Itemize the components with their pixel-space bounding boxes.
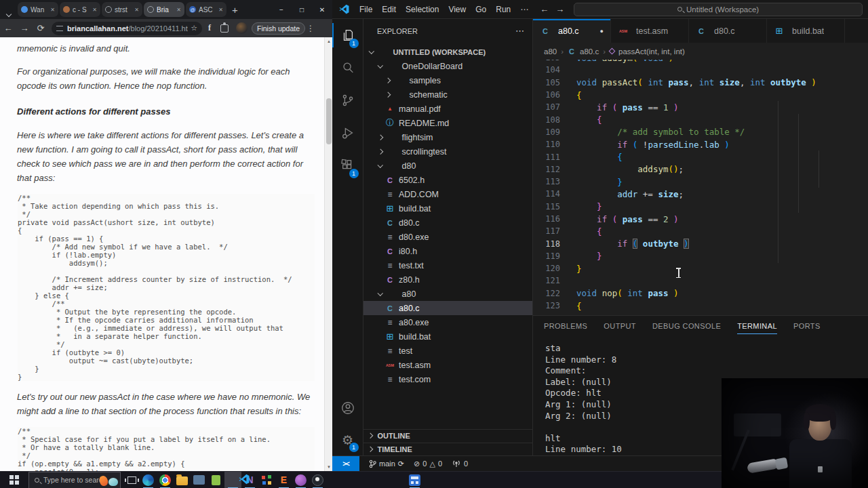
activitybar-run-debug[interactable] bbox=[332, 117, 363, 149]
finish-update-button[interactable]: Finish update bbox=[252, 22, 305, 35]
browser-tab[interactable]: Wan bbox=[18, 2, 58, 17]
taskbar-app[interactable] bbox=[208, 472, 224, 488]
taskbar-app[interactable] bbox=[174, 472, 191, 488]
tree-item[interactable]: 6502.h bbox=[363, 173, 533, 187]
tree-item[interactable]: schematic bbox=[363, 87, 533, 102]
taskbar-app[interactable] bbox=[258, 472, 275, 488]
menu-item[interactable]: Edit bbox=[377, 5, 401, 14]
tree-item[interactable]: manual.pdf bbox=[363, 102, 533, 116]
tree-item[interactable]: a80.c bbox=[363, 301, 533, 315]
problems-status[interactable]: ⊘ 0 △ 0 bbox=[414, 460, 442, 468]
code-line[interactable]: 119 } bbox=[533, 250, 868, 262]
browser-tab[interactable]: ASC bbox=[186, 2, 226, 17]
nav-forward-icon[interactable]: → bbox=[555, 4, 564, 14]
blog-page[interactable]: mnemonic is invalid and quit. For organi… bbox=[0, 37, 324, 471]
taskbar-search[interactable]: Type here to search bbox=[28, 472, 121, 488]
minimize-button[interactable]: − bbox=[271, 1, 292, 18]
code-line[interactable]: 116 if ( pass == 2 ) bbox=[533, 213, 868, 225]
code-line[interactable]: 104 bbox=[533, 64, 868, 76]
code-line[interactable]: 110 if ( !parsedLine.lab ) bbox=[533, 138, 868, 150]
maximize-button[interactable]: □ bbox=[292, 1, 312, 18]
activitybar-account[interactable] bbox=[332, 392, 363, 424]
tree-item[interactable]: flightsim bbox=[363, 130, 533, 144]
tree-item[interactable]: scrollingtest bbox=[363, 144, 533, 159]
tree-item[interactable]: test.txt bbox=[363, 258, 533, 272]
taskbar-app[interactable] bbox=[292, 472, 309, 488]
code-line[interactable]: 118 if ( outbyte ) bbox=[533, 237, 868, 249]
tree-item[interactable]: test bbox=[363, 344, 533, 358]
taskbar-app[interactable] bbox=[309, 472, 326, 488]
command-center-search[interactable]: Untitled (Workspace) bbox=[574, 3, 863, 16]
taskbar-app[interactable] bbox=[191, 472, 208, 488]
code-line[interactable]: 123 { bbox=[533, 300, 868, 312]
tree-item[interactable]: a80 bbox=[363, 287, 533, 301]
address-bar[interactable]: briancallahan.net/blog/20210411.html ☆ bbox=[52, 22, 202, 35]
panel-tab[interactable]: TERMINAL bbox=[737, 322, 777, 334]
activitybar-settings[interactable]: ⚙ 1 bbox=[332, 424, 363, 455]
new-tab-button[interactable]: + bbox=[232, 4, 238, 16]
taskbar-app[interactable] bbox=[157, 472, 174, 488]
tree-item[interactable]: i80.h bbox=[363, 244, 533, 258]
bookmark-star-icon[interactable]: ☆ bbox=[191, 24, 197, 33]
tab-close-icon[interactable] bbox=[134, 7, 139, 13]
unsaved-dot-icon[interactable] bbox=[600, 28, 604, 35]
back-button[interactable]: ← bbox=[0, 23, 16, 33]
close-button[interactable]: ✕ bbox=[312, 1, 332, 18]
code-line[interactable]: 121 bbox=[533, 274, 868, 287]
page-scrollbar[interactable]: ▲ ▼ bbox=[324, 37, 332, 471]
tree-item[interactable]: d80.exe bbox=[363, 230, 533, 244]
code-editor[interactable]: 103 void addsym( void ) 104 105 v bbox=[533, 60, 868, 315]
menu-item[interactable]: View bbox=[443, 5, 471, 14]
breadcrumb-folder[interactable]: a80 bbox=[544, 47, 557, 56]
editor-tab[interactable]: a80.c bbox=[533, 19, 611, 43]
code-line[interactable]: 113 } bbox=[533, 176, 868, 188]
activitybar-search[interactable] bbox=[332, 52, 363, 84]
reload-button[interactable]: ⟳ bbox=[33, 23, 49, 33]
sync-icon[interactable]: ⟳ bbox=[398, 460, 404, 468]
tree-item[interactable]: test.asm bbox=[363, 358, 533, 372]
code-line[interactable]: 105 void passAct( int pass, int size, in… bbox=[533, 77, 868, 89]
facebook-extension-icon[interactable]: f bbox=[202, 23, 217, 33]
terminal-output[interactable]: staLine number: 8Comment:Label: (null)Op… bbox=[545, 343, 622, 455]
forward-button[interactable]: → bbox=[16, 23, 33, 33]
taskbar-app[interactable] bbox=[406, 472, 423, 488]
tree-item[interactable]: build.bat bbox=[363, 201, 533, 216]
code-line[interactable]: 106 { bbox=[533, 89, 868, 101]
extensions-puzzle-icon[interactable] bbox=[220, 24, 229, 33]
editor-tab[interactable]: build.bat bbox=[767, 19, 845, 43]
browser-tab[interactable]: c - S bbox=[60, 2, 100, 17]
tree-item[interactable]: d80 bbox=[363, 159, 533, 173]
panel-tab[interactable]: OUTPUT bbox=[604, 322, 636, 334]
tree-item[interactable]: test.com bbox=[363, 372, 533, 386]
tab-close-icon[interactable] bbox=[218, 7, 223, 13]
code-line[interactable]: 108 { bbox=[533, 113, 868, 125]
scrollbar-thumb[interactable] bbox=[326, 98, 332, 144]
editor-tab[interactable]: test.asm bbox=[611, 19, 689, 43]
site-settings-icon[interactable] bbox=[56, 26, 63, 31]
tree-item[interactable]: UNTITLED (WORKSPACE) bbox=[363, 45, 533, 59]
tree-item[interactable]: build.bat bbox=[363, 329, 533, 344]
panel-tab[interactable]: PORTS bbox=[793, 322, 821, 334]
code-line[interactable]: 107 if ( pass == 1 ) bbox=[533, 101, 868, 113]
tab-close-icon[interactable] bbox=[92, 7, 97, 13]
profile-avatar[interactable] bbox=[236, 22, 248, 34]
tree-item[interactable]: a80.exe bbox=[363, 315, 533, 329]
taskbar-app[interactable] bbox=[140, 472, 157, 488]
tree-item[interactable]: d80.c bbox=[363, 216, 533, 230]
code-line[interactable]: 112 addsym(); bbox=[533, 163, 868, 176]
code-line[interactable]: 115 } bbox=[533, 201, 868, 213]
activitybar-explorer[interactable]: 1 bbox=[332, 19, 363, 52]
panel-tab[interactable]: DEBUG CONSOLE bbox=[652, 322, 721, 334]
task-view-button[interactable] bbox=[123, 472, 140, 488]
code-line[interactable]: 122 void nop( int pass ) bbox=[533, 287, 868, 300]
code-line[interactable]: 120 } bbox=[533, 262, 868, 274]
tab-close-icon[interactable] bbox=[50, 7, 55, 13]
tree-item[interactable]: ADD.COM bbox=[363, 187, 533, 201]
tree-item[interactable]: OneDollarBoard bbox=[363, 59, 533, 73]
activitybar-extensions[interactable]: 1 bbox=[332, 149, 363, 182]
code-line[interactable]: 117 { bbox=[533, 225, 868, 237]
browser-tab[interactable]: Bria bbox=[144, 2, 184, 17]
menu-item[interactable]: File bbox=[355, 5, 377, 14]
tree-item[interactable]: samples bbox=[363, 73, 533, 87]
panel-tab[interactable]: PROBLEMS bbox=[544, 322, 587, 334]
